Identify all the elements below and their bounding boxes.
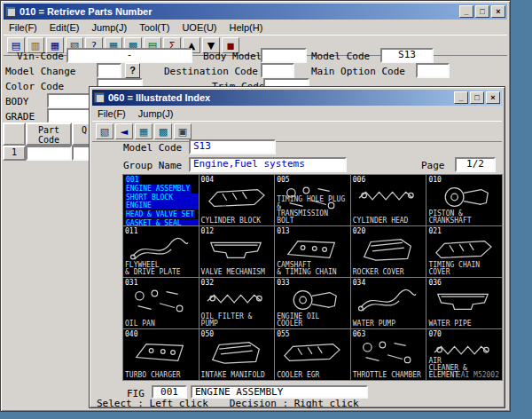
window2-menubar: File(F)Jump(J) — [92, 106, 502, 121]
table-row-number: 1 — [3, 146, 26, 161]
minimize-button[interactable]: _ — [454, 91, 468, 104]
model-change-label: Model Change — [5, 66, 75, 77]
status-decision-hint: Decision : Right click — [230, 398, 359, 409]
part-cell-036[interactable]: 036 WATER PIPE — [426, 278, 502, 328]
part-cell-033[interactable]: 033 ENGINE OIL COOLER — [275, 278, 350, 328]
part-label: THROTTLE CHAMBER — [353, 372, 426, 379]
menu-help[interactable]: Help(H) — [229, 22, 262, 33]
maximize-button[interactable]: □ — [470, 91, 484, 104]
part-label: ROCKER COVER — [353, 269, 426, 276]
part-cell-012[interactable]: 012 VALVE MECHANISM — [200, 226, 275, 277]
body-label: BODY — [5, 96, 29, 107]
part-drawing-icon — [353, 183, 422, 211]
back-icon[interactable]: ◄ — [115, 123, 133, 139]
menu-edit[interactable]: Edit(E) — [50, 22, 80, 33]
selected-part-text: ENGINE ASSEMBLYSHORT BLOCK ENGINEHEAD & … — [125, 185, 199, 225]
main-option-code-field[interactable] — [416, 63, 450, 78]
part-label: WATER PUMP — [353, 320, 426, 328]
window1-title: 010 = Retrieve Parts Number — [20, 6, 456, 17]
window2-app-icon — [94, 92, 105, 103]
menu-file[interactable]: File(F) — [9, 22, 37, 33]
part-drawing-icon — [428, 286, 497, 314]
index-model-code-field[interactable]: S13 — [189, 139, 276, 154]
part-cell-055[interactable]: 055 COOLER EGR — [275, 329, 350, 380]
part-cell-010[interactable]: 010 PISTON & CRANKSHAFT — [426, 175, 502, 225]
menu-jump[interactable]: Jump(J) — [138, 108, 174, 119]
part-drawing-icon — [353, 337, 422, 366]
part-cell-006[interactable]: 006 CYLINDER HEAD — [351, 175, 426, 225]
maximize-button[interactable]: □ — [475, 5, 489, 18]
part-label: OIL FILTER & PUMP — [201, 313, 274, 328]
menu-file[interactable]: File(F) — [98, 108, 126, 119]
part-cell-013[interactable]: 013 CAMSHAFT & TIMING CHAIN — [275, 226, 350, 277]
model-code-label: Model Code — [311, 51, 370, 62]
part-label: INTAKE MANIFOLD — [201, 372, 274, 379]
part-label: FLYWHEEL & DRIVE PLATE — [125, 262, 198, 276]
part-cell-070[interactable]: 070 AIR CLEANER & ELEMENT — [426, 329, 502, 380]
part-cell-063[interactable]: 063 THROTTLE CHAMBER — [351, 329, 426, 380]
part-cell-004[interactable]: 004 CYLINDER BLOCK — [200, 175, 275, 225]
model-change-help-button[interactable]: ? — [125, 63, 140, 78]
part-label: CYLINDER HEAD — [353, 217, 426, 225]
destination-code-label: Destination Code — [164, 66, 258, 77]
part-drawing-icon — [201, 337, 270, 366]
part-cell-040[interactable]: 040 TURBO CHARGER — [123, 329, 199, 380]
status-bar: Select : Left clickDecision : Right clic… — [97, 398, 359, 409]
part-cell-020[interactable]: 020 ROCKER COVER — [351, 226, 426, 277]
part-label: COOLER EGR — [277, 372, 349, 379]
close-button[interactable]: × — [486, 91, 500, 104]
destination-code-field[interactable] — [261, 63, 294, 78]
minimize-button[interactable]: _ — [459, 5, 473, 18]
model-change-field[interactable] — [97, 63, 121, 78]
menu-jump[interactable]: Jump(J) — [91, 22, 127, 33]
part-label: OIL PAN — [125, 320, 198, 328]
fig-code-field[interactable]: 001 — [152, 385, 187, 399]
part-cell-032[interactable]: 032 OIL FILTER & PUMP — [200, 278, 275, 328]
part-cell-005[interactable]: 005 TIMING HOLE PLUG & TRANSMISSION BOLT — [275, 175, 350, 225]
vin-code-field[interactable]: - — [66, 48, 192, 63]
part-drawing-icon — [353, 286, 422, 314]
part-label: CYLINDER BLOCK — [201, 217, 274, 225]
print-icon[interactable]: ▧ — [96, 123, 113, 139]
part-drawing-icon — [277, 337, 346, 366]
fig-name-field[interactable]: ENGINE ASSEMBLY — [191, 385, 368, 399]
parts-grid: EAI M52002 001 ENGINE ASSEMBLYSHORT BLOC… — [122, 174, 503, 381]
part-code: 001 — [125, 176, 139, 184]
window1-menubar: File(F)Edit(E)Jump(J)Tool(T)UOE(U)Help(H… — [4, 20, 507, 35]
body-model-label: Body Model — [203, 51, 262, 62]
menu-tool[interactable]: Tool(T) — [139, 22, 169, 33]
part-drawing-icon — [428, 183, 497, 211]
page-label: Page — [421, 160, 445, 171]
window2-controls: _ □ × — [454, 91, 500, 104]
window1-titlebar[interactable]: 010 = Retrieve Parts Number _ □ × — [4, 4, 507, 20]
part-label: ENGINE OIL COOLER — [277, 313, 349, 328]
grade-label: GRADE — [5, 111, 35, 123]
part-label: VALVE MECHANISM — [201, 269, 274, 276]
page-field[interactable]: 1/2 — [455, 157, 496, 172]
part-label: PISTON & CRANKSHAFT — [428, 210, 501, 225]
thumbnails-icon[interactable]: ▩ — [154, 123, 172, 139]
table-header-part-code: Part Code — [26, 123, 72, 146]
part-drawing-icon — [201, 286, 270, 314]
part-cell-021[interactable]: 021 TIMING CHAIN COVER — [426, 226, 502, 277]
part-drawing-icon — [353, 234, 422, 263]
part-cell-050[interactable]: 050 INTAKE MANIFOLD — [200, 329, 275, 380]
vin-code-label: Vin-Code — [17, 51, 64, 62]
part-cell-011[interactable]: 011 FLYWHEEL & DRIVE PLATE — [123, 226, 199, 277]
window2-title: 060 = Illustrated Index — [108, 92, 450, 103]
body-model-field[interactable] — [261, 48, 307, 63]
close-button[interactable]: × — [491, 5, 505, 18]
part-cell-031[interactable]: 031 OIL PAN — [123, 278, 199, 328]
part-cell-034[interactable]: 034 WATER PUMP — [351, 278, 426, 328]
grid-view-icon[interactable]: ▦ — [135, 123, 153, 139]
table-cell-part-code[interactable] — [26, 146, 72, 161]
table-corner-header — [3, 123, 26, 146]
part-cell-001[interactable]: 001 ENGINE ASSEMBLYSHORT BLOCK ENGINEHEA… — [123, 175, 199, 225]
illustrated-index-window: 060 = Illustrated Index _ □ × File(F)Jum… — [89, 86, 505, 408]
window2-titlebar[interactable]: 060 = Illustrated Index _ □ × — [92, 90, 502, 106]
menu-uoe[interactable]: UOE(U) — [182, 22, 216, 33]
model-code-field[interactable]: S13 — [380, 48, 434, 63]
group-name-field[interactable]: Engine,Fuel systems — [189, 157, 347, 172]
image-icon[interactable]: ▣ — [174, 123, 192, 139]
part-drawing-icon — [277, 286, 346, 314]
